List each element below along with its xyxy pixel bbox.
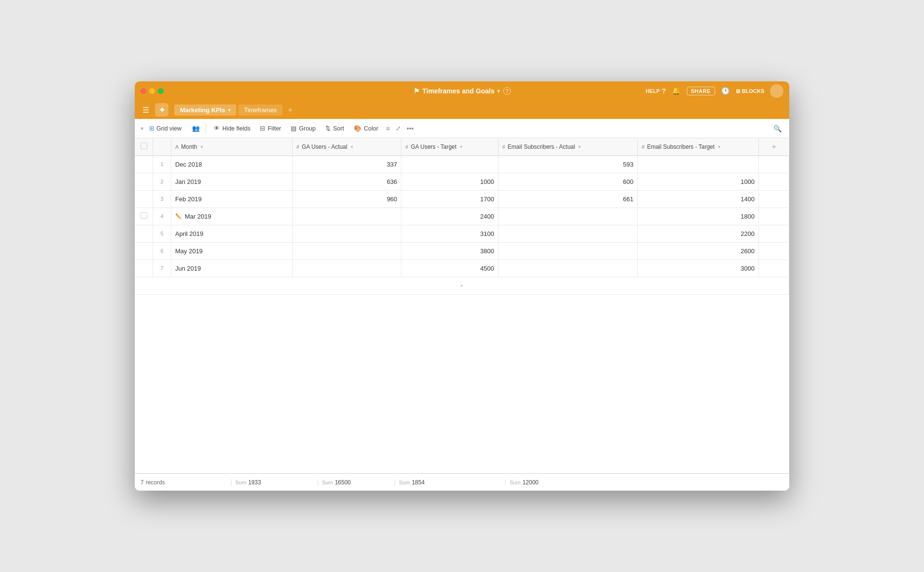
- close-button[interactable]: [141, 88, 146, 94]
- user-avatar[interactable]: [770, 84, 783, 98]
- title-dropdown-arrow[interactable]: ▾: [497, 88, 500, 94]
- cell-email-actual[interactable]: 661: [498, 190, 638, 208]
- tab-timeframes[interactable]: Timeframes: [238, 104, 282, 116]
- expand-icon[interactable]: ⤢: [394, 123, 403, 134]
- add-column-button[interactable]: +: [759, 138, 789, 156]
- cell-ga-target[interactable]: 3800: [401, 242, 498, 260]
- email-actual-sort-icon: ▾: [578, 144, 581, 149]
- col-header-ga-target[interactable]: # GA Users - Target ▾: [401, 138, 498, 156]
- cell-ga-target[interactable]: 2400: [401, 208, 498, 225]
- cell-ga-target[interactable]: 1000: [401, 173, 498, 190]
- cell-email-actual[interactable]: [498, 208, 638, 225]
- footer-email-target: Sum 12000: [505, 479, 602, 486]
- row-checkbox-cell: [135, 173, 153, 190]
- cell-month[interactable]: Dec 2018: [171, 156, 293, 173]
- col-header-email-target[interactable]: # Email Subscribers - Target ▾: [638, 138, 759, 156]
- cell-extra: [759, 225, 789, 242]
- info-icon[interactable]: ?: [503, 87, 511, 95]
- title-center: ⚑ Timeframes and Goals ▾ ?: [413, 87, 511, 95]
- filter-toggle-icon[interactable]: ▾: [141, 125, 143, 132]
- cell-email-target[interactable]: 1800: [638, 208, 759, 225]
- cell-email-target[interactable]: 1000: [638, 173, 759, 190]
- sort-button[interactable]: ⇅ Sort: [321, 123, 348, 134]
- cell-ga-actual[interactable]: 337: [292, 156, 401, 173]
- people-icon[interactable]: 👥: [190, 123, 202, 134]
- window-controls: [141, 88, 164, 94]
- hide-fields-button[interactable]: 👁 Hide fields: [210, 123, 254, 134]
- cell-email-target[interactable]: 2600: [638, 242, 759, 260]
- cell-ga-actual[interactable]: 960: [292, 190, 401, 208]
- add-row-button[interactable]: +: [135, 277, 789, 294]
- sum-ga-actual-value: 1933: [248, 479, 261, 486]
- cell-ga-target[interactable]: 4500: [401, 260, 498, 277]
- records-label: records: [146, 479, 165, 486]
- expand-row-icon[interactable]: ✏️: [175, 213, 182, 220]
- help-button[interactable]: HELP ?: [646, 87, 666, 95]
- blocks-grid-icon: ⊞: [736, 88, 740, 94]
- cell-email-target[interactable]: 1400: [638, 190, 759, 208]
- table-body: 1Dec 20183375932Jan 2019636100060010003F…: [135, 156, 789, 294]
- email-actual-type-icon: #: [502, 144, 505, 150]
- cell-month[interactable]: April 2019: [171, 225, 293, 242]
- cell-email-actual[interactable]: [498, 225, 638, 242]
- grid-view-button[interactable]: ⊞ Grid view: [145, 123, 185, 134]
- checkbox-header[interactable]: [135, 138, 153, 156]
- col-header-ga-actual[interactable]: # GA Users - Actual ▾: [292, 138, 401, 156]
- col-header-month[interactable]: A Month ▾: [171, 138, 293, 156]
- cell-email-target[interactable]: 2200: [638, 225, 759, 242]
- minimize-button[interactable]: [149, 88, 155, 94]
- cell-month[interactable]: Jan 2019: [171, 173, 293, 190]
- cell-ga-target[interactable]: [401, 156, 498, 173]
- table-container: A Month ▾ # GA Users - Actual ▾: [135, 138, 789, 473]
- grid-icon: ⊞: [149, 125, 154, 132]
- month-value: Mar 2019: [185, 213, 211, 220]
- row-number: 7: [153, 260, 171, 277]
- email-target-header-label: Email Subscribers - Target: [647, 143, 715, 150]
- row-number: 5: [153, 225, 171, 242]
- select-all-checkbox[interactable]: [141, 143, 147, 149]
- month-value: Jun 2019: [175, 265, 201, 272]
- group-icon: ▤: [291, 125, 296, 132]
- cell-ga-actual[interactable]: 636: [292, 173, 401, 190]
- cell-email-actual[interactable]: 593: [498, 156, 638, 173]
- row-checkbox[interactable]: [141, 212, 147, 219]
- cell-ga-actual[interactable]: [292, 208, 401, 225]
- cell-email-actual[interactable]: 600: [498, 173, 638, 190]
- add-row-cell[interactable]: +: [135, 277, 789, 294]
- month-type-icon: A: [175, 144, 179, 150]
- cell-email-target[interactable]: [638, 156, 759, 173]
- row-height-icon[interactable]: ≡: [384, 123, 392, 134]
- group-button[interactable]: ▤ Group: [287, 123, 320, 134]
- color-button[interactable]: 🎨 Color: [350, 123, 382, 134]
- share-button[interactable]: SHARE: [687, 87, 715, 95]
- cell-month[interactable]: ✏️Mar 2019: [171, 208, 293, 225]
- notification-icon[interactable]: 🔔: [672, 87, 681, 95]
- cell-email-target[interactable]: 3000: [638, 260, 759, 277]
- filter-button[interactable]: ⊟ Filter: [256, 123, 285, 134]
- cell-ga-actual[interactable]: [292, 225, 401, 242]
- cell-ga-target[interactable]: 3100: [401, 225, 498, 242]
- cell-email-actual[interactable]: [498, 242, 638, 260]
- cell-ga-target[interactable]: 1700: [401, 190, 498, 208]
- records-count: 7 records: [135, 479, 231, 486]
- email-target-sort-icon: ▾: [718, 144, 720, 149]
- history-icon[interactable]: 🕐: [721, 87, 730, 95]
- cell-email-actual[interactable]: [498, 260, 638, 277]
- cell-ga-actual[interactable]: [292, 260, 401, 277]
- cell-extra: [759, 173, 789, 190]
- add-tab-button[interactable]: ＋: [284, 103, 296, 117]
- sub-toolbar: ▾ ⊞ Grid view 👥 👁 Hide fields ⊟ Filter ▤…: [135, 119, 789, 138]
- cell-month[interactable]: May 2019: [171, 242, 293, 260]
- table-row: 1Dec 2018337593: [135, 156, 789, 173]
- ga-target-sort-icon: ▾: [460, 144, 462, 149]
- col-header-email-actual[interactable]: # Email Subscribers - Actual ▾: [498, 138, 638, 156]
- tab-marketing-kpis[interactable]: Marketing KPIs ▾: [174, 104, 236, 116]
- blocks-button[interactable]: ⊞ BLOCKS: [736, 88, 764, 94]
- menu-icon[interactable]: ☰: [141, 104, 151, 117]
- cell-ga-actual[interactable]: [292, 242, 401, 260]
- cell-month[interactable]: Jun 2019: [171, 260, 293, 277]
- maximize-button[interactable]: [158, 88, 164, 94]
- cell-month[interactable]: Feb 2019: [171, 190, 293, 208]
- more-options-icon[interactable]: •••: [405, 123, 416, 134]
- search-icon[interactable]: 🔍: [771, 123, 783, 134]
